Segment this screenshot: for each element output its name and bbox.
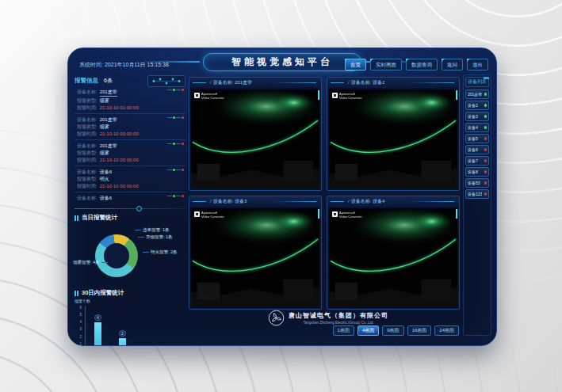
device-name: 设备53 xyxy=(468,181,480,185)
pie-label: 明火报警: 2条 xyxy=(143,249,178,255)
device-name: 设备5 xyxy=(468,136,478,141)
device-item[interactable]: 设备53 xyxy=(465,178,489,188)
device-item[interactable]: 设备4 xyxy=(465,123,489,132)
video-accent-bar xyxy=(318,90,319,100)
watermark: ApowersoftVideo Converter xyxy=(332,93,362,100)
video-title: /设备名称: 设备2 xyxy=(327,78,459,88)
device-status-dot xyxy=(484,181,487,185)
field-label: 设备名称: xyxy=(77,169,97,175)
device-item[interactable]: 设备8 xyxy=(465,167,489,177)
device-status-dot xyxy=(484,93,487,96)
pie-label: 违章报警: 1条 xyxy=(135,227,170,233)
alarm-count-badge: 6条 xyxy=(104,77,113,85)
donut-chart xyxy=(95,234,138,277)
device-status-dot xyxy=(484,104,487,107)
watermark-icon xyxy=(332,93,338,98)
nav-buttons: 首页实时画面数据查询返回退出 xyxy=(345,59,488,70)
alarm-panel: 报警信息 6条 设备名称:201皮带报警类型:烟雾报警时间:21-10-10 0… xyxy=(75,75,185,340)
alarm-device-name: 201皮带 xyxy=(100,89,117,97)
field-label: 报警类型: xyxy=(77,150,97,156)
device-item[interactable]: 设备123 xyxy=(465,189,489,199)
bar-chart-bars: 4烟雾2明火0异物0违章行为 xyxy=(85,306,184,346)
field-label: 报警时间: xyxy=(77,183,97,189)
bar: 0违章行为 xyxy=(159,345,184,346)
video-frame-image xyxy=(191,208,319,307)
device-status-dot xyxy=(484,192,487,196)
alarm-type: 烟雾 xyxy=(100,124,109,130)
view-layout-button[interactable]: 24画面 xyxy=(434,325,459,336)
device-name: 设备2 xyxy=(468,103,478,108)
device-name: 201皮带 xyxy=(468,92,482,97)
video-feed: ApowersoftVideo Converter xyxy=(191,89,319,188)
video-frame-image xyxy=(329,89,457,188)
video-panel[interactable]: /设备名称: 设备4ApowersoftVideo Converter xyxy=(327,196,460,310)
alarm-type: 烟雾 xyxy=(100,97,109,104)
alarm-item[interactable]: 设备名称:201皮带报警类型:烟雾报警时间:21-10-10 00:00:00 xyxy=(75,140,185,166)
nav-button[interactable]: 数据查询 xyxy=(406,59,438,70)
page-background: 系统时间:2021年10月11日 15:15:38 智能视觉感知平台 首页实时画… xyxy=(0,0,562,392)
alarm-item[interactable]: 设备名称:201皮带报警类型:烟雾报警时间:21-10-10 00:00:00 xyxy=(75,114,185,140)
alarm-item[interactable]: 设备名称:201皮带报警类型:烟雾报警时间:21-10-10 01:00:00 xyxy=(75,86,185,114)
video-feed: ApowersoftVideo Converter xyxy=(329,208,457,307)
alarm-device-name: 设备6 xyxy=(100,195,112,201)
alarm-list: 设备名称:201皮带报警类型:烟雾报警时间:21-10-10 01:00:00设… xyxy=(75,86,185,204)
company-signature: 唐山智诚电气（集团）有限公司 Tangshan Zhicheng Electri… xyxy=(268,310,388,326)
monthly-stats-title: 30日内报警统计 xyxy=(75,289,185,297)
title-wing-left xyxy=(138,61,200,63)
nav-button[interactable]: 实时画面 xyxy=(370,59,402,70)
device-item[interactable]: 设备5 xyxy=(465,134,489,143)
bar: 2明火 xyxy=(110,330,135,346)
device-item[interactable]: 201皮带 xyxy=(465,89,489,99)
field-label: 报警类型: xyxy=(77,176,97,182)
system-time-value: 2021年10月11日 15:15:38 xyxy=(105,62,169,67)
alarm-status-indicator xyxy=(167,116,184,119)
video-frame-image xyxy=(191,89,319,188)
nav-button[interactable]: 首页 xyxy=(345,59,366,70)
video-panel[interactable]: /设备名称: 设备2ApowersoftVideo Converter xyxy=(327,77,460,191)
video-title: /设备名称: 设备4 xyxy=(327,196,459,207)
watermark-text: ApowersoftVideo Converter xyxy=(201,93,224,100)
alarm-panel-header: 报警信息 6条 xyxy=(75,75,185,86)
view-layout-button[interactable]: 4画面 xyxy=(357,325,379,336)
alarm-type: 明火 xyxy=(100,176,109,182)
video-panel[interactable]: /设备名称: 201皮带ApowersoftVideo Converter xyxy=(189,77,322,191)
monthly-alarm-bar-chart: 报警个数 6543210 4烟雾2明火0异物0违章行为 xyxy=(75,299,185,346)
device-item[interactable]: 设备6 xyxy=(465,145,489,154)
alarm-device-name: 设备6 xyxy=(100,169,112,175)
watermark-text: ApowersoftVideo Converter xyxy=(201,211,224,219)
alarm-status-indicator xyxy=(167,89,184,91)
device-item[interactable]: 设备2 xyxy=(465,101,489,110)
video-frame-image xyxy=(329,208,457,307)
alarm-device-name: 201皮带 xyxy=(100,143,117,149)
alarm-time: 21-10-10 00:00:00 xyxy=(100,131,139,137)
field-label: 设备名称: xyxy=(77,116,97,123)
field-label: 报警时间: xyxy=(77,157,97,163)
alarm-status-indicator xyxy=(167,143,184,145)
view-layout-button[interactable]: 9画面 xyxy=(382,325,403,336)
device-status-dot xyxy=(484,170,487,173)
alarm-item[interactable]: 设备名称:设备6 xyxy=(75,192,185,204)
device-status-dot xyxy=(484,159,487,162)
nav-button[interactable]: 退出 xyxy=(467,59,488,70)
alarm-type: 烟雾 xyxy=(100,150,109,156)
field-label: 报警时间: xyxy=(77,131,97,137)
device-status-dot xyxy=(484,115,487,118)
bar-value: 0 xyxy=(143,345,151,346)
watermark: ApowersoftVideo Converter xyxy=(194,211,224,219)
panel-divider xyxy=(75,205,185,211)
alarm-status-indicator xyxy=(167,195,184,197)
alarm-item[interactable]: 设备名称:设备6报警类型:明火报警时间:21-10-10 00:00:00 xyxy=(75,166,185,192)
view-layout-button[interactable]: 16画面 xyxy=(407,325,432,336)
field-label: 报警类型: xyxy=(77,97,97,104)
view-layout-button[interactable]: 1画面 xyxy=(333,325,354,336)
device-item[interactable]: 设备3 xyxy=(465,112,489,121)
video-panel[interactable]: /设备名称: 设备3ApowersoftVideo Converter xyxy=(189,196,322,310)
nav-button[interactable]: 返回 xyxy=(442,59,463,70)
device-list: 201皮带设备2设备3设备4设备5设备6设备7设备8设备53设备123 xyxy=(465,89,489,199)
device-item[interactable]: 设备7 xyxy=(465,156,489,166)
watermark: ApowersoftVideo Converter xyxy=(194,93,224,100)
watermark-icon xyxy=(194,211,200,217)
watermark-icon xyxy=(194,93,200,98)
node-graph-icon xyxy=(147,75,185,87)
company-name-en: Tangshan Zhicheng Electric (Group) Co.,L… xyxy=(289,321,388,325)
